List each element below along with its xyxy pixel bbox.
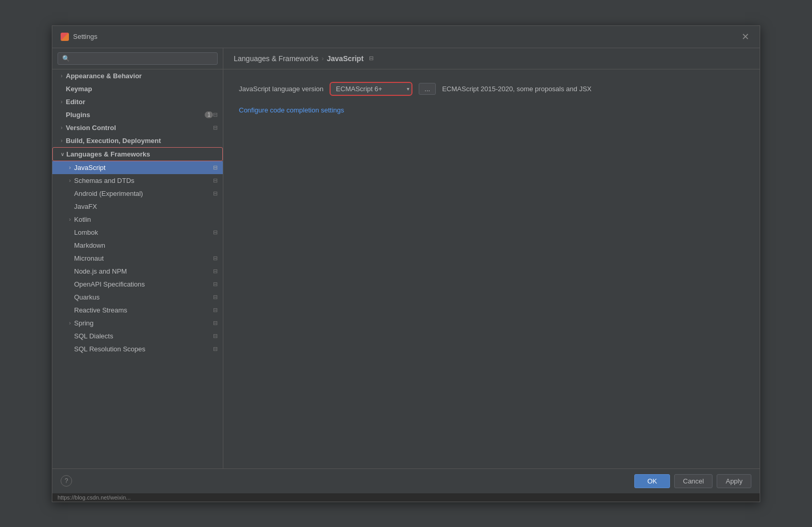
sidebar-item-sql-resolution[interactable]: › SQL Resolution Scopes ⊟ (52, 343, 223, 355)
expand-icon-build: › (58, 138, 66, 144)
nodejs-settings-icon: ⊟ (213, 268, 218, 275)
sidebar-item-label-version-control: Version Control (66, 124, 213, 132)
micronaut-settings-icon: ⊟ (213, 255, 218, 262)
breadcrumb-languages: Languages & Frameworks (234, 54, 318, 63)
sidebar-item-label-kotlin: Kotlin (74, 216, 218, 223)
quarkus-settings-icon: ⊟ (213, 294, 218, 301)
schemas-settings-icon: ⊟ (213, 177, 218, 184)
sidebar-item-reactive-streams[interactable]: › Reactive Streams ⊟ (52, 304, 223, 317)
breadcrumb-settings-icon: ⊟ (369, 55, 374, 62)
sidebar-item-label-editor: Editor (66, 98, 218, 106)
sidebar-item-keymap[interactable]: › Keymap (52, 82, 223, 95)
apply-button[interactable]: Apply (717, 474, 751, 488)
dialog-footer: ? OK Cancel Apply (52, 468, 760, 493)
sidebar-item-label-javafx: JavaFX (74, 203, 218, 210)
cancel-button[interactable]: Cancel (674, 474, 713, 488)
javascript-settings-icon: ⊟ (213, 164, 218, 171)
sidebar-item-label-sql-dialects: SQL Dialects (74, 332, 213, 340)
sidebar-item-android[interactable]: › Android (Experimental) ⊟ (52, 187, 223, 200)
main-content: Languages & Frameworks › JavaScript ⊟ Ja… (223, 48, 760, 468)
expand-icon-kotlin: › (66, 217, 74, 222)
sidebar-item-label-openapi: OpenAPI Specifications (74, 280, 213, 288)
dialog-body: › Appearance & Behavior › Keymap › Edito… (52, 48, 760, 468)
sidebar-items: › Appearance & Behavior › Keymap › Edito… (52, 69, 223, 468)
sidebar-item-label-appearance: Appearance & Behavior (66, 72, 218, 80)
reactive-settings-icon: ⊟ (213, 307, 218, 314)
sql-resolution-settings-icon: ⊟ (213, 346, 218, 352)
sidebar-item-label-keymap: Keymap (66, 85, 218, 93)
help-button[interactable]: ? (61, 475, 72, 487)
search-box (52, 48, 223, 69)
sidebar-item-label-build: Build, Execution, Deployment (66, 137, 218, 145)
sidebar-item-javafx[interactable]: › JavaFX (52, 200, 223, 213)
sidebar-item-label-nodejs: Node.js and NPM (74, 267, 213, 275)
ok-button[interactable]: OK (634, 474, 670, 488)
plugins-settings-icon: ⊟ (213, 111, 218, 118)
sidebar-item-quarkus[interactable]: › Quarkus ⊟ (52, 291, 223, 304)
expand-icon-appearance: › (58, 73, 66, 79)
sidebar-item-spring[interactable]: › Spring ⊟ (52, 317, 223, 330)
sidebar-item-sql-dialects[interactable]: › SQL Dialects ⊟ (52, 330, 223, 343)
android-settings-icon: ⊟ (213, 190, 218, 197)
title-bar: Settings ✕ (52, 26, 760, 48)
dialog-title: Settings (73, 33, 97, 40)
sidebar-item-label-languages: Languages & Frameworks (66, 150, 217, 158)
status-bar: https://blog.csdn.net/weixin... (52, 493, 760, 502)
close-button[interactable]: ✕ (739, 31, 751, 42)
sql-dialects-settings-icon: ⊟ (213, 333, 218, 339)
sidebar-item-nodejs[interactable]: › Node.js and NPM ⊟ (52, 265, 223, 278)
spring-settings-icon: ⊟ (213, 320, 218, 326)
sidebar-item-label-micronaut: Micronaut (74, 254, 213, 262)
sidebar-item-label-sql-resolution: SQL Resolution Scopes (74, 345, 213, 353)
breadcrumb-separator: › (321, 54, 323, 62)
settings-dialog: Settings ✕ › Appearance & Behavior › Key… (52, 25, 760, 502)
sidebar-item-openapi[interactable]: › OpenAPI Specifications ⊟ (52, 278, 223, 291)
status-url: https://blog.csdn.net/weixin... (58, 494, 131, 501)
sidebar-item-label-spring: Spring (74, 319, 213, 327)
sidebar-item-label-quarkus: Quarkus (74, 293, 213, 301)
js-version-dropdown[interactable]: ECMAScript 6+ (330, 82, 412, 96)
sidebar-item-languages[interactable]: ∨ Languages & Frameworks (52, 147, 223, 161)
sidebar-item-appearance[interactable]: › Appearance & Behavior (52, 69, 223, 82)
sidebar-item-label-schemas: Schemas and DTDs (74, 177, 213, 184)
sidebar-item-build[interactable]: › Build, Execution, Deployment (52, 134, 223, 147)
sidebar-item-label-reactive: Reactive Streams (74, 306, 213, 314)
expand-icon-javascript: › (66, 165, 74, 170)
breadcrumb-bar: Languages & Frameworks › JavaScript ⊟ (223, 48, 760, 69)
sidebar-item-micronaut[interactable]: › Micronaut ⊟ (52, 252, 223, 265)
sidebar-item-schemas-dtds[interactable]: › Schemas and DTDs ⊟ (52, 174, 223, 187)
openapi-settings-icon: ⊟ (213, 281, 218, 288)
expand-icon-version-control: › (58, 125, 66, 131)
version-control-settings-icon: ⊟ (213, 124, 218, 131)
sidebar-item-editor[interactable]: › Editor (52, 95, 223, 108)
sidebar: › Appearance & Behavior › Keymap › Edito… (52, 48, 223, 468)
search-input[interactable] (58, 52, 218, 65)
sidebar-item-javascript[interactable]: › JavaScript ⊟ (52, 161, 223, 174)
plugins-badge: 1 (205, 111, 213, 118)
dropdown-wrapper: ECMAScript 6+ ▾ (330, 82, 412, 96)
configure-link[interactable]: Configure code completion settings (239, 106, 344, 114)
sidebar-item-label-markdown: Markdown (74, 241, 218, 249)
sidebar-item-label-plugins: Plugins (66, 111, 203, 119)
expand-icon-languages: ∨ (58, 151, 66, 157)
sidebar-item-label-javascript: JavaScript (74, 164, 213, 172)
sidebar-item-markdown[interactable]: › Markdown (52, 239, 223, 252)
expand-icon-spring: › (66, 320, 74, 326)
configure-link-row: Configure code completion settings (239, 106, 744, 114)
sidebar-item-plugins[interactable]: › Plugins 1 ⊟ (52, 108, 223, 121)
app-icon (61, 33, 69, 41)
expand-icon-schemas: › (66, 178, 74, 183)
footer-right: OK Cancel Apply (634, 474, 751, 488)
settings-area: JavaScript language version ECMAScript 6… (223, 69, 760, 468)
footer-left: ? (61, 475, 72, 487)
sidebar-item-kotlin[interactable]: › Kotlin (52, 213, 223, 226)
lombok-settings-icon: ⊟ (213, 229, 218, 236)
ellipsis-button[interactable]: ... (419, 83, 436, 95)
js-version-row: JavaScript language version ECMAScript 6… (239, 82, 744, 96)
js-version-description: ECMAScript 2015-2020, some proposals and… (442, 85, 591, 93)
sidebar-item-version-control[interactable]: › Version Control ⊟ (52, 121, 223, 134)
sidebar-item-label-lombok: Lombok (74, 229, 213, 236)
expand-icon-editor: › (58, 99, 66, 105)
sidebar-item-lombok[interactable]: › Lombok ⊟ (52, 226, 223, 239)
sidebar-item-label-android: Android (Experimental) (74, 190, 213, 197)
